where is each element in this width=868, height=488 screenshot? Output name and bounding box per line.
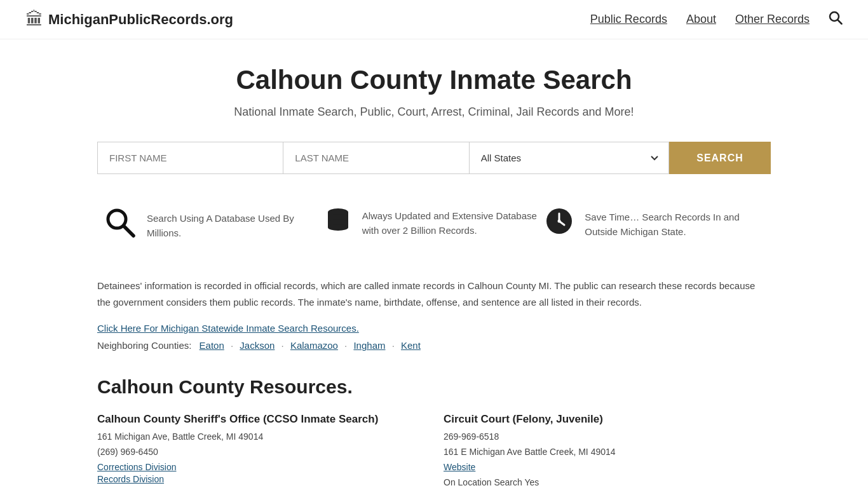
dot1: · (231, 340, 233, 351)
logo-text: MichiganPublicRecords.org (48, 11, 233, 28)
feature-time: Save Time… Search Records In and Outside… (544, 206, 764, 243)
first-name-input[interactable] (97, 142, 283, 174)
feature-search: Search Using A Database Used By Millions… (104, 206, 324, 246)
resource-circuit-address: 161 E Michigan Ave Battle Creek, MI 4901… (444, 445, 771, 459)
svg-point-10 (328, 224, 348, 231)
site-logo[interactable]: 🏛 MichiganPublicRecords.org (25, 9, 233, 30)
resource-sheriffs-title: Calhoun County Sheriff's Office (CCSO In… (97, 413, 424, 426)
county-jackson[interactable]: Jackson (240, 340, 275, 351)
svg-line-3 (124, 226, 134, 236)
county-ingham[interactable]: Ingham (353, 340, 385, 351)
features-row: Search Using A Database Used By Millions… (97, 206, 771, 246)
feature-time-text: Save Time… Search Records In and Outside… (585, 210, 764, 239)
nav-other-records[interactable]: Other Records (735, 13, 810, 26)
feature-database-text: Always Updated and Extensive Database wi… (362, 209, 545, 238)
resource-sheriffs-phone: (269) 969-6450 (97, 445, 424, 459)
neighboring-counties: Neighboring Counties: Eaton · Jackson · … (97, 340, 771, 351)
dot2: · (281, 340, 284, 351)
svg-point-14 (558, 220, 561, 223)
county-eaton[interactable]: Eaton (200, 340, 224, 351)
county-kent[interactable]: Kent (401, 340, 421, 351)
feature-database: Always Updated and Extensive Database wi… (324, 206, 545, 241)
search-magnify-icon (104, 206, 137, 246)
neighboring-label: Neighboring Counties: (97, 340, 191, 351)
main-nav: Public Records About Other Records (590, 11, 843, 29)
resource-sheriffs-office: Calhoun County Sheriff's Office (CCSO In… (97, 413, 424, 488)
description-text: Detainees' information is recorded in of… (97, 278, 771, 310)
clock-icon (544, 206, 574, 243)
site-header: 🏛 MichiganPublicRecords.org Public Recor… (0, 0, 868, 39)
page-subtitle: National Inmate Search, Public, Court, A… (97, 105, 771, 119)
records-division-link[interactable]: Records Division (97, 474, 164, 484)
resource-circuit-extra: On Location Search Yes (444, 475, 771, 488)
svg-line-1 (838, 20, 842, 24)
resource-sheriffs-address: 161 Michigan Ave, Battle Creek, MI 49014 (97, 430, 424, 444)
resource-circuit-title: Circuit Court (Felony, Juvenile) (444, 413, 771, 426)
resources-grid: Calhoun County Sheriff's Office (CCSO In… (97, 413, 771, 488)
building-icon: 🏛 (25, 9, 43, 30)
circuit-website-link[interactable]: Website (444, 462, 475, 472)
page-title: Calhoun County Inmate Search (97, 65, 771, 95)
search-form: All StatesAlabamaAlaskaArizonaArkansasCa… (97, 142, 771, 174)
resources-title: Calhoun County Resources. (97, 376, 771, 398)
resource-circuit-court: Circuit Court (Felony, Juvenile) 269-969… (444, 413, 771, 488)
nav-public-records[interactable]: Public Records (590, 13, 667, 26)
database-icon (324, 206, 352, 241)
state-select[interactable]: All StatesAlabamaAlaskaArizonaArkansasCa… (469, 142, 669, 174)
nav-search-icon[interactable] (829, 11, 843, 29)
dot4: · (392, 340, 395, 351)
resource-circuit-phone: 269-969-6518 (444, 430, 771, 444)
corrections-division-link[interactable]: Corrections Division (97, 462, 176, 472)
search-button[interactable]: SEARCH (669, 142, 771, 174)
main-content: Calhoun County Inmate Search National In… (85, 39, 783, 488)
statewide-link[interactable]: Click Here For Michigan Statewide Inmate… (97, 323, 359, 334)
feature-search-text: Search Using A Database Used By Millions… (147, 212, 324, 240)
nav-about[interactable]: About (686, 13, 716, 26)
dot3: · (344, 340, 347, 351)
last-name-input[interactable] (283, 142, 468, 174)
county-kalamazoo[interactable]: Kalamazoo (290, 340, 338, 351)
